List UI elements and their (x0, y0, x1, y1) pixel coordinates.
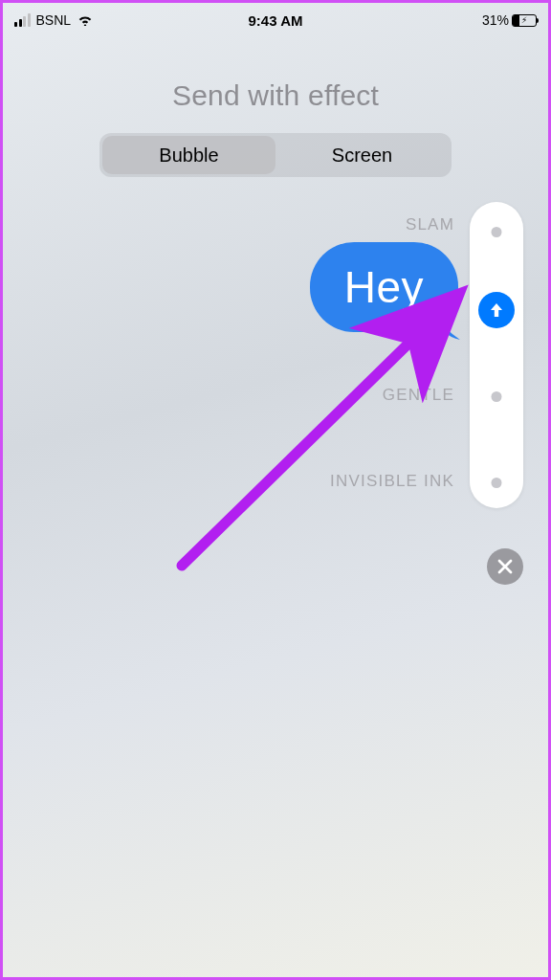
effect-type-segmented[interactable]: Bubble Screen (99, 133, 452, 177)
effect-selector-track (470, 202, 523, 508)
wifi-icon (77, 14, 93, 26)
status-time: 9:43 AM (249, 12, 303, 29)
status-left: BSNL (14, 12, 93, 28)
page-title: Send with effect (3, 79, 548, 112)
close-button[interactable] (487, 548, 523, 585)
close-icon (497, 559, 513, 574)
effect-label-invisible: INVISIBLE INK (330, 472, 454, 491)
effect-dot-invisible[interactable] (492, 478, 502, 488)
status-right: 31% ⚡︎ (482, 12, 537, 28)
cellular-signal-icon (14, 13, 31, 27)
effect-label-slam: SLAM (406, 215, 454, 234)
effects-panel: SLAM Hey GENTLE INVISIBLE INK (43, 202, 531, 604)
effect-label-gentle: GENTLE (383, 386, 454, 405)
tab-bubble[interactable]: Bubble (102, 136, 276, 174)
status-bar: BSNL 9:43 AM 31% ⚡︎ (3, 3, 548, 33)
effect-dot-gentle[interactable] (492, 391, 502, 402)
arrow-up-icon (487, 301, 506, 320)
send-button[interactable] (478, 292, 515, 328)
effect-dot-slam[interactable] (492, 227, 502, 237)
carrier-label: BSNL (36, 12, 72, 28)
battery-percent: 31% (482, 12, 509, 28)
battery-icon: ⚡︎ (512, 14, 537, 27)
bubble-tail-icon (433, 315, 462, 344)
tab-screen[interactable]: Screen (276, 136, 449, 174)
